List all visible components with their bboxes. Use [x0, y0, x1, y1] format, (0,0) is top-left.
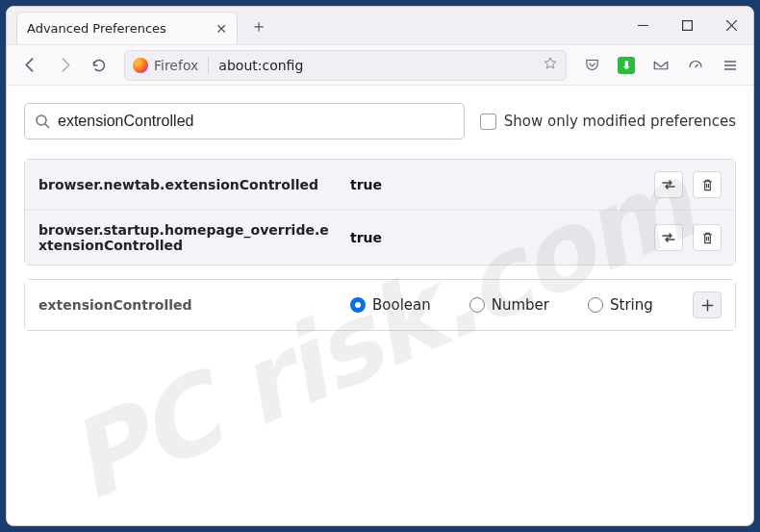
radio-label: Boolean	[372, 296, 431, 314]
search-box[interactable]	[24, 103, 465, 139]
radio-icon	[469, 297, 485, 313]
checkbox-icon	[480, 114, 496, 130]
new-pref-row: extensionControlled Boolean Number Strin…	[25, 280, 735, 330]
search-input[interactable]	[58, 113, 454, 130]
pref-row[interactable]: browser.newtab.extensionControlled true	[25, 160, 735, 210]
search-icon	[35, 114, 50, 129]
app-menu-button[interactable]	[715, 50, 746, 81]
new-tab-button[interactable]: ＋	[245, 13, 272, 39]
add-button[interactable]	[693, 291, 722, 318]
minimize-button[interactable]	[621, 7, 665, 45]
back-button[interactable]	[14, 50, 45, 81]
page-content: Show only modified preferences browser.n…	[7, 86, 753, 525]
pref-list-new: extensionControlled Boolean Number Strin…	[24, 279, 736, 331]
pocket-icon[interactable]	[576, 50, 607, 81]
close-tab-icon[interactable]: ✕	[215, 21, 227, 37]
search-row: Show only modified preferences	[24, 103, 736, 139]
new-pref-name: extensionControlled	[38, 297, 337, 313]
extension-icon[interactable]: ⬇	[611, 50, 642, 81]
delete-button[interactable]	[693, 171, 722, 198]
pref-list-modified: browser.newtab.extensionControlled true …	[24, 159, 736, 266]
pref-value: true	[350, 230, 641, 245]
url-separator	[208, 57, 209, 74]
browser-tab[interactable]: Advanced Preferences ✕	[16, 12, 238, 44]
toggle-button[interactable]	[654, 171, 683, 198]
radio-string[interactable]: String	[588, 296, 653, 314]
url-identity: Firefox	[154, 58, 198, 73]
toggle-button[interactable]	[654, 224, 683, 251]
navigation-toolbar: Firefox about:config ⬇	[7, 45, 753, 86]
window-controls	[621, 7, 753, 45]
svg-line-8	[45, 124, 49, 128]
radio-boolean[interactable]: Boolean	[350, 296, 431, 314]
pref-name: browser.newtab.extensionControlled	[38, 177, 337, 192]
radio-label: Number	[492, 296, 549, 314]
browser-window: Advanced Preferences ✕ ＋ Firef	[6, 6, 754, 526]
show-modified-checkbox[interactable]: Show only modified preferences	[480, 113, 736, 130]
pref-row[interactable]: browser.startup.homepage_override.extens…	[25, 210, 735, 265]
new-pref-actions	[693, 291, 722, 318]
close-window-button[interactable]	[709, 7, 753, 45]
delete-button[interactable]	[693, 224, 722, 251]
forward-button[interactable]	[49, 50, 80, 81]
dashboard-icon[interactable]	[680, 50, 711, 81]
inbox-icon[interactable]	[646, 50, 676, 81]
firefox-icon	[133, 58, 148, 73]
maximize-button[interactable]	[665, 7, 709, 45]
titlebar: Advanced Preferences ✕ ＋	[7, 7, 753, 45]
url-text: about:config	[218, 58, 543, 73]
svg-rect-1	[682, 21, 692, 31]
bookmark-star-icon[interactable]	[543, 56, 558, 74]
checkbox-label: Show only modified preferences	[504, 113, 736, 130]
radio-number[interactable]: Number	[469, 296, 549, 314]
pref-actions	[654, 224, 722, 251]
pref-name: browser.startup.homepage_override.extens…	[38, 222, 337, 253]
radio-icon	[350, 297, 366, 313]
type-radios: Boolean Number String	[350, 296, 679, 314]
reload-button[interactable]	[84, 50, 114, 81]
radio-icon	[588, 297, 603, 313]
url-bar[interactable]: Firefox about:config	[124, 50, 567, 81]
pref-value: true	[350, 177, 641, 192]
tab-title: Advanced Preferences	[27, 21, 215, 36]
radio-label: String	[610, 296, 653, 314]
pref-actions	[654, 171, 722, 198]
